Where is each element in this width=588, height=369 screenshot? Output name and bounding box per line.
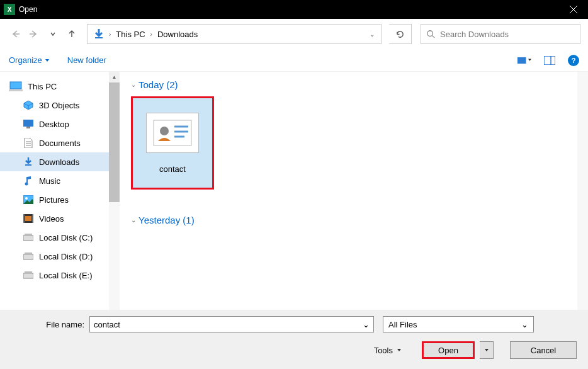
- sidebar-item-music[interactable]: Music: [0, 171, 109, 190]
- svg-rect-9: [9, 89, 23, 91]
- svg-rect-21: [23, 214, 25, 223]
- disk-icon: [23, 232, 34, 243]
- group-label: Yesterday (1): [139, 215, 195, 225]
- cancel-button[interactable]: Cancel: [510, 341, 577, 359]
- svg-rect-11: [26, 127, 30, 128]
- sidebar-item-disk-e[interactable]: Local Disk (E:): [0, 266, 109, 285]
- breadcrumb-separator-icon: ›: [150, 31, 152, 38]
- sidebar-item-label: Videos: [39, 214, 64, 224]
- sidebar-item-label: Desktop: [39, 120, 69, 129]
- svg-rect-8: [10, 82, 21, 89]
- svg-rect-26: [25, 253, 32, 255]
- svg-rect-20: [25, 216, 31, 221]
- sidebar-item-label: Local Disk (D:): [39, 252, 93, 261]
- svg-point-16: [25, 183, 28, 186]
- search-input[interactable]: [440, 30, 575, 39]
- organize-button[interactable]: Organize: [9, 55, 50, 65]
- content-area: This PC 3D Objects Desktop Documents Dow…: [0, 72, 588, 310]
- 3d-objects-icon: [23, 99, 34, 111]
- address-dropdown-icon[interactable]: ⌄: [370, 31, 375, 38]
- sidebar-item-label: This PC: [28, 82, 57, 91]
- sidebar-item-this-pc[interactable]: This PC: [0, 77, 109, 96]
- view-mode-button[interactable]: [517, 55, 531, 65]
- sidebar-item-desktop[interactable]: Desktop: [0, 115, 109, 133]
- svg-rect-27: [23, 273, 33, 278]
- breadcrumb-this-pc[interactable]: This PC: [113, 28, 147, 40]
- svg-rect-24: [25, 234, 32, 236]
- excel-icon: X: [4, 4, 15, 15]
- videos-icon: [23, 213, 34, 224]
- sidebar-item-pictures[interactable]: Pictures: [0, 190, 109, 209]
- file-contact[interactable]: contact: [131, 96, 214, 190]
- svg-rect-5: [517, 57, 526, 63]
- svg-point-18: [25, 197, 28, 200]
- window-title: Open: [19, 5, 37, 14]
- sidebar-item-disk-c[interactable]: Local Disk (C:): [0, 228, 109, 247]
- scrollbar-thumb[interactable]: [109, 82, 120, 202]
- dropdown-icon: [397, 348, 402, 353]
- open-button[interactable]: Open: [422, 341, 475, 359]
- sidebar-item-label: 3D Objects: [39, 101, 79, 110]
- sidebar-item-3d-objects[interactable]: 3D Objects: [0, 96, 109, 115]
- back-button[interactable]: [8, 26, 23, 42]
- dropdown-icon: ⌄: [521, 320, 528, 329]
- svg-rect-29: [154, 120, 191, 145]
- file-list: ⌄ Today (2) contact ⌄: [120, 72, 588, 310]
- dialog-footer: File name: contact ⌄ All Files ⌄ Tools O…: [0, 310, 588, 369]
- desktop-icon: [23, 118, 34, 130]
- refresh-button[interactable]: [389, 24, 412, 44]
- search-box[interactable]: [421, 24, 580, 44]
- sidebar-item-disk-d[interactable]: Local Disk (D:): [0, 247, 109, 266]
- main-scrollbar[interactable]: [577, 72, 588, 310]
- sidebar-item-label: Downloads: [39, 157, 79, 167]
- nav-bar: › This PC › Downloads ⌄: [0, 19, 588, 49]
- downloads-folder-icon: [91, 26, 106, 42]
- sidebar-item-downloads[interactable]: Downloads: [0, 152, 109, 171]
- computer-icon: [9, 81, 23, 92]
- svg-rect-15: [25, 164, 31, 166]
- address-bar[interactable]: › This PC › Downloads ⌄: [87, 24, 382, 44]
- sidebar-item-documents[interactable]: Documents: [0, 133, 109, 152]
- svg-rect-22: [32, 214, 33, 223]
- sidebar: This PC 3D Objects Desktop Documents Dow…: [0, 72, 120, 310]
- forward-button[interactable]: [26, 26, 42, 42]
- downloads-icon: [23, 156, 34, 167]
- up-button[interactable]: [64, 26, 79, 42]
- disk-icon: [23, 270, 34, 281]
- sidebar-item-label: Local Disk (E:): [39, 271, 93, 280]
- new-folder-button[interactable]: New folder: [67, 55, 106, 65]
- pictures-icon: [23, 194, 34, 205]
- svg-rect-23: [23, 236, 33, 241]
- svg-rect-6: [544, 56, 555, 65]
- sidebar-item-label: Music: [39, 176, 60, 186]
- file-type-filter[interactable]: All Files ⌄: [383, 316, 534, 332]
- group-yesterday[interactable]: ⌄ Yesterday (1): [131, 215, 577, 225]
- close-button[interactable]: [559, 0, 588, 19]
- scroll-up-button[interactable]: ▲: [109, 72, 120, 82]
- svg-rect-25: [23, 254, 33, 259]
- svg-rect-2: [95, 37, 103, 38]
- svg-point-3: [427, 31, 433, 37]
- dropdown-icon: [45, 58, 50, 63]
- help-icon[interactable]: ?: [568, 55, 579, 66]
- recent-dropdown[interactable]: [45, 26, 60, 42]
- svg-point-30: [160, 127, 169, 135]
- toolbar: Organize New folder ?: [0, 49, 588, 72]
- tools-button[interactable]: Tools: [374, 346, 402, 355]
- group-label: Today (2): [139, 79, 178, 90]
- search-icon: [426, 30, 435, 38]
- sidebar-item-videos[interactable]: Videos: [0, 209, 109, 228]
- group-today[interactable]: ⌄ Today (2): [131, 79, 577, 90]
- filename-input[interactable]: contact ⌄: [89, 316, 374, 332]
- documents-icon: [23, 137, 34, 149]
- breadcrumb-downloads[interactable]: Downloads: [155, 28, 200, 40]
- music-icon: [23, 175, 34, 186]
- chevron-down-icon: ⌄: [131, 81, 136, 88]
- svg-line-4: [433, 36, 435, 38]
- chevron-down-icon: ⌄: [131, 217, 136, 224]
- preview-pane-button[interactable]: [543, 55, 557, 65]
- dropdown-icon[interactable]: ⌄: [363, 320, 370, 329]
- open-dropdown-button[interactable]: [480, 341, 494, 359]
- sidebar-item-label: Local Disk (C:): [39, 233, 93, 242]
- file-thumbnail: [146, 113, 199, 153]
